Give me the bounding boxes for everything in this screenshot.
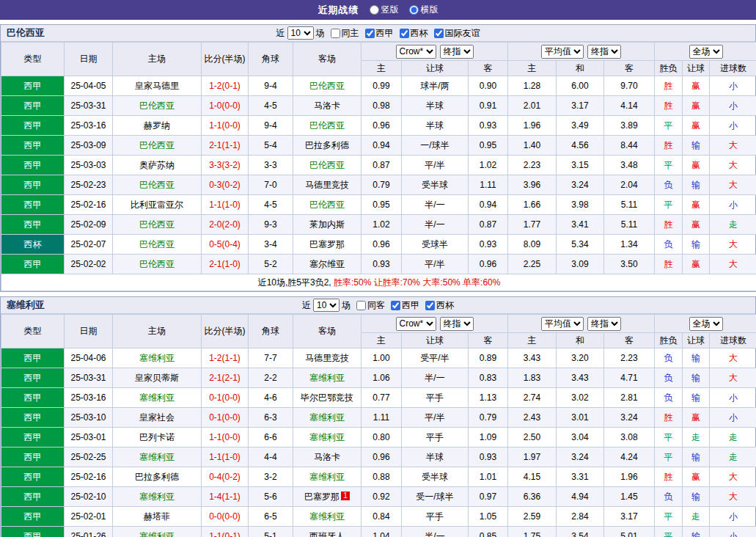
filter-checkbox[interactable] [425, 301, 435, 310]
home-team-name: 赫塔菲 [144, 511, 170, 522]
filter-bar: 近10场同主西甲西杯国际友谊 [276, 26, 480, 40]
match-row: 西甲25-02-09巴伦西亚2-0(2-0)9-3莱加内斯1.02半/一0.87… [1, 215, 756, 235]
col-avg-客: 客 [604, 61, 655, 76]
avg-home: 1.66 [508, 195, 557, 215]
away-team-cell: 巴塞罗那1 [293, 487, 362, 507]
col-result-胜负: 胜负 [655, 333, 683, 348]
result-goals: 大 [710, 255, 756, 274]
layout-radio-horizontal[interactable]: 横版 [409, 4, 438, 16]
match-date: 25-02-25 [65, 448, 113, 467]
filter-option-西甲[interactable]: 西甲 [391, 299, 419, 312]
odds-home: 0.94 [362, 136, 402, 156]
layout-radio-vertical[interactable]: 竖版 [370, 4, 399, 16]
away-team-name: 巴伦西亚 [309, 120, 345, 131]
avg-away: 4.14 [604, 96, 655, 116]
col-date: 日期 [65, 43, 113, 76]
league-badge: 西甲 [1, 175, 65, 195]
corners: 9-4 [249, 76, 293, 96]
avg-home: 4.15 [508, 467, 557, 487]
odds-handicap: 球半/两 [402, 76, 469, 96]
odds-home: 0.79 [362, 175, 402, 195]
odds-source-select[interactable]: Crow* [396, 317, 436, 331]
corners: 6-3 [249, 408, 293, 428]
match-row: 西甲25-03-31皇家贝蒂斯2-1(2-1)2-2塞维利亚1.06半/一0.8… [1, 368, 756, 388]
avg-home: 1.83 [508, 368, 557, 388]
result-goals: 大 [710, 235, 756, 255]
filter-option-西杯[interactable]: 西杯 [425, 299, 454, 312]
filter-option-西杯[interactable]: 西杯 [400, 27, 428, 40]
home-team-cell: 巴伦西亚 [113, 175, 202, 195]
result-outcome: 平 [655, 428, 683, 448]
avg-draw: 3.02 [557, 388, 604, 408]
corners: 9-3 [249, 215, 293, 235]
odds-away: 0.91 [469, 96, 508, 116]
away-team-cell: 西班牙人 [293, 527, 362, 537]
col-odds-客: 客 [469, 61, 508, 76]
match-date: 25-04-05 [65, 76, 113, 96]
filter-option-国际友谊[interactable]: 国际友谊 [434, 27, 480, 40]
scope-select[interactable]: 全场 [689, 317, 723, 331]
avg-source-select[interactable]: 平均值 [541, 45, 584, 59]
corners: 6-6 [249, 428, 293, 448]
avg-away: 4.71 [604, 368, 655, 388]
avg-away: 2.23 [604, 348, 655, 368]
away-team-name: 马德里竞技 [305, 353, 349, 363]
filter-option-西甲[interactable]: 西甲 [365, 27, 394, 40]
recent-count-select[interactable]: 10 [287, 26, 314, 40]
away-team-name: 塞尔维亚 [309, 259, 345, 269]
col-odds-让球: 让球 [402, 61, 469, 76]
odds-away: 0.94 [469, 195, 508, 215]
away-team-name: 巴塞罗那 [309, 239, 345, 249]
score: 2-1(1-0) [202, 255, 249, 274]
filter-checkbox[interactable] [400, 29, 409, 38]
avg-away: 3.17 [604, 507, 655, 527]
odds-away: 0.85 [469, 527, 508, 537]
result-outcome: 胜 [655, 76, 683, 96]
filter-checkbox[interactable] [365, 29, 375, 38]
odds-handicap: 平/半 [402, 408, 469, 428]
match-date: 25-03-31 [65, 368, 113, 388]
odds-source-select[interactable]: Crow* [396, 45, 436, 59]
filter-suffix-label: 场 [342, 299, 351, 312]
odds-away: 0.93 [469, 235, 508, 255]
result-handicap: 赢 [683, 255, 710, 274]
score: 0-0(0-0) [202, 507, 249, 527]
avg-away: 5.11 [604, 195, 655, 215]
radio-input[interactable] [409, 5, 419, 15]
match-row: 西甲25-03-31巴伦西亚1-0(0-0)4-5马洛卡0.98半球0.912.… [1, 96, 756, 116]
avg-draw: 3.43 [557, 368, 604, 388]
odds-handicap: 受一/球半 [402, 487, 469, 507]
home-team-cell: 赫罗纳 [113, 116, 202, 136]
result-handicap: 输 [683, 448, 710, 467]
avg-away: 1.96 [604, 467, 655, 487]
page-title: 近期战绩 [318, 4, 359, 17]
recent-count-select[interactable]: 10 [313, 299, 340, 312]
filter-checkbox[interactable] [391, 301, 400, 310]
filter-option-同客[interactable]: 同客 [356, 299, 385, 312]
red-card-badge: 1 [341, 492, 350, 500]
home-team-name: 奥萨苏纳 [139, 160, 175, 170]
result-goals: 大 [710, 348, 756, 368]
filter-checkbox[interactable] [356, 301, 366, 310]
odds-period-select[interactable]: 终指 [440, 317, 474, 331]
col-avg-和: 和 [557, 61, 604, 76]
avg-away: 3.50 [604, 255, 655, 274]
home-team-name: 巴伦西亚 [139, 140, 175, 150]
avg-period-select[interactable]: 终指 [587, 45, 621, 59]
odds-period-select[interactable]: 终指 [440, 45, 474, 59]
filter-checkbox[interactable] [331, 29, 340, 38]
odds-handicap: 平/半 [402, 255, 469, 274]
filter-option-同主[interactable]: 同主 [331, 27, 359, 40]
filter-checkbox[interactable] [434, 29, 444, 38]
home-team-name: 巴伦西亚 [139, 239, 175, 249]
col-odds-让球: 让球 [402, 333, 469, 348]
avg-source-select[interactable]: 平均值 [541, 317, 584, 331]
scope-select[interactable]: 全场 [689, 45, 723, 59]
corners: 3-3 [249, 156, 293, 175]
col-score: 比分(半场) [202, 315, 249, 348]
avg-period-select[interactable]: 终指 [587, 317, 621, 331]
odds-home: 0.84 [362, 507, 402, 527]
match-row: 西甲25-03-16塞维利亚0-1(0-0)4-6毕尔巴鄂竞技0.77平手1.1… [1, 388, 756, 408]
radio-input[interactable] [370, 5, 379, 15]
result-outcome: 胜 [655, 215, 683, 235]
